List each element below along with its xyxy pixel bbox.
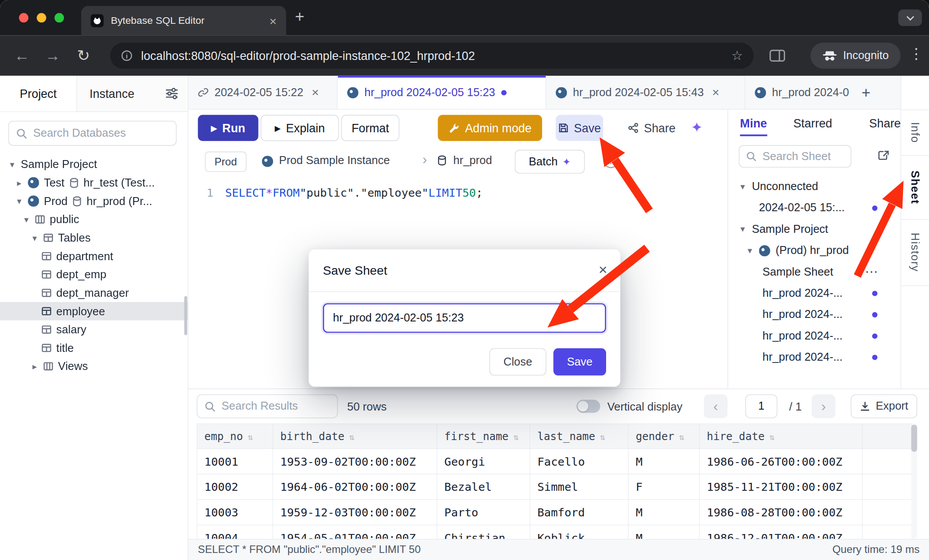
table-row[interactable]: 100011953-09-02T00:00:00ZGeorgiFacelloM1…: [197, 448, 912, 474]
tab-search-button[interactable]: [898, 9, 922, 26]
browser-menu-icon[interactable]: ⋮: [909, 45, 924, 62]
ai-sparkle-icon[interactable]: ✦: [691, 119, 703, 136]
browser-tab[interactable]: Bytebase SQL Editor ×: [81, 6, 286, 35]
site-info-icon[interactable]: [121, 50, 133, 62]
editor-tab-2-active[interactable]: hr_prod 2024-02-05 15:23: [338, 76, 547, 109]
tree-item-views-group[interactable]: ▸ Views: [0, 357, 188, 376]
editor-tab-1[interactable]: 2024-02-05 15:22 ×: [188, 76, 337, 109]
next-page-button[interactable]: ›: [812, 395, 835, 418]
sheet-item[interactable]: 2024-02-05 15:...: [728, 197, 901, 218]
tree-item-table-dept-emp[interactable]: dept_emp: [0, 265, 188, 284]
environment-chip[interactable]: Prod: [205, 152, 247, 172]
column-header-gender[interactable]: gender⇅: [628, 424, 699, 448]
caret-down-icon[interactable]: ▾: [31, 232, 38, 243]
help-icon[interactable]: ?: [603, 153, 618, 168]
sql-editor[interactable]: 1SELECT * FROM "public"."employee" LIMIT…: [188, 183, 483, 201]
new-sheet-tab-button[interactable]: +: [862, 83, 870, 102]
tab-project[interactable]: Project: [0, 76, 77, 112]
sheet-group-unconnected[interactable]: ▾ Unconnected: [728, 176, 901, 197]
window-minimize-button[interactable]: [37, 13, 46, 22]
tab-instance[interactable]: Instance: [77, 76, 147, 112]
caret-right-icon[interactable]: ▸: [15, 177, 23, 188]
column-header-emp-no[interactable]: emp_no⇅: [197, 424, 273, 448]
dialog-save-button[interactable]: Save: [553, 348, 606, 376]
tab-history[interactable]: History: [901, 219, 929, 285]
window-zoom-button[interactable]: [55, 13, 64, 22]
caret-down-icon[interactable]: ▾: [739, 224, 746, 235]
column-header-hire-date[interactable]: hire_date⇅: [700, 424, 862, 448]
column-header-first-name[interactable]: first_name⇅: [437, 424, 530, 448]
open-sheet-icon[interactable]: [877, 150, 890, 161]
sort-icon[interactable]: ⇅: [349, 432, 355, 442]
sheet-item[interactable]: hr_prod 2024-...: [728, 283, 901, 304]
results-search-input[interactable]: [221, 400, 330, 413]
column-header-last-name[interactable]: last_name⇅: [530, 424, 628, 448]
back-button[interactable]: ←: [14, 44, 30, 67]
tree-item-schema-public[interactable]: ▾ public: [0, 210, 188, 229]
sheet-search-input[interactable]: [763, 150, 844, 163]
reload-button[interactable]: ↻: [77, 44, 90, 67]
format-button[interactable]: Format: [341, 115, 400, 141]
database-search-input[interactable]: [33, 127, 169, 140]
vertical-display-toggle[interactable]: [577, 400, 600, 413]
close-tab-icon[interactable]: ×: [311, 85, 318, 99]
tab-share[interactable]: Share: [869, 117, 901, 131]
tab-mine[interactable]: Mine: [740, 117, 767, 136]
sheet-group-database[interactable]: ▾ (Prod) hr_prod: [728, 240, 901, 261]
dialog-close-button[interactable]: Close: [489, 348, 546, 376]
run-button[interactable]: ▶ Run: [198, 115, 258, 141]
table-row[interactable]: 100041954-05-01T00:00:00ZChirstianKoblic…: [197, 525, 912, 540]
tree-item-sample-project[interactable]: ▾ Sample Project: [0, 155, 188, 174]
sheet-name-input[interactable]: [323, 303, 606, 333]
caret-down-icon[interactable]: ▾: [746, 245, 753, 256]
sort-icon[interactable]: ⇅: [600, 432, 605, 442]
share-button[interactable]: Share: [625, 115, 679, 141]
prev-page-button[interactable]: ‹: [704, 395, 728, 418]
bookmark-star-icon[interactable]: ☆: [731, 48, 743, 63]
tree-item-table-employee[interactable]: employee: [0, 302, 188, 321]
tree-item-hr-prod[interactable]: ▾ Prod hr_prod (Pr...: [0, 192, 188, 210]
save-sheet-button[interactable]: Save: [556, 115, 603, 141]
tab-starred[interactable]: Starred: [793, 117, 832, 131]
column-header-birth-date[interactable]: birth_date⇅: [273, 424, 437, 448]
sort-icon[interactable]: ⇅: [679, 432, 684, 442]
caret-down-icon[interactable]: ▾: [739, 181, 746, 192]
dialog-close-icon[interactable]: ×: [599, 261, 607, 278]
tab-close-icon[interactable]: ×: [270, 15, 277, 27]
table-row[interactable]: 100021964-06-02T00:00:00ZBezalelSimmelF1…: [197, 474, 912, 500]
tab-sheet[interactable]: Sheet: [901, 155, 929, 219]
tab-info[interactable]: Info: [901, 109, 929, 155]
sort-icon[interactable]: ⇅: [513, 432, 519, 442]
close-tab-icon[interactable]: ×: [712, 85, 719, 99]
tree-item-hr-test[interactable]: ▸ Test hr_test (Test...: [0, 174, 188, 192]
forward-button[interactable]: →: [45, 44, 60, 67]
sheet-item[interactable]: hr_prod 2024-...: [728, 325, 901, 346]
table-row[interactable]: 100031959-12-03T00:00:00ZPartoBamfordM19…: [197, 500, 912, 525]
tree-item-table-title[interactable]: title: [0, 339, 188, 357]
sort-icon[interactable]: ⇅: [769, 432, 775, 442]
caret-down-icon[interactable]: ▾: [15, 196, 23, 206]
sheet-item[interactable]: hr_prod 2024-...: [728, 304, 901, 325]
url-text[interactable]: localhost:8080/sql-editor/prod-sample-in…: [141, 49, 723, 63]
export-button[interactable]: Export: [851, 395, 917, 418]
batch-button[interactable]: Batch ✦: [515, 150, 584, 174]
sheet-item-sample-sheet[interactable]: Sample Sheet ⋯: [728, 261, 901, 282]
breadcrumb-database[interactable]: hr_prod: [453, 154, 492, 167]
page-number-input[interactable]: [745, 395, 778, 418]
editor-tab-3[interactable]: hr_prod 2024-02-05 15:43 ×: [546, 76, 745, 109]
tree-item-tables-group[interactable]: ▾ Tables: [0, 228, 188, 247]
tree-item-table-department[interactable]: department: [0, 247, 188, 265]
caret-down-icon[interactable]: ▾: [22, 214, 30, 225]
editor-tab-4[interactable]: hr_prod 2024-0: [745, 76, 856, 109]
tree-item-table-dept-manager[interactable]: dept_manager: [0, 284, 188, 302]
tree-item-table-salary[interactable]: salary: [0, 321, 188, 339]
new-tab-button[interactable]: +: [295, 7, 304, 26]
breadcrumb-instance[interactable]: Prod Sample Instance: [279, 154, 390, 167]
caret-right-icon[interactable]: ▸: [31, 361, 38, 372]
sort-icon[interactable]: ⇅: [247, 432, 253, 442]
side-panel-icon[interactable]: [769, 49, 786, 62]
sheet-group-sample-project[interactable]: ▾ Sample Project: [728, 219, 901, 240]
sheet-item[interactable]: hr_prod 2024-...: [728, 347, 901, 368]
table-scrollbar[interactable]: [911, 425, 917, 538]
explain-button[interactable]: ▶ Explain: [261, 115, 339, 141]
